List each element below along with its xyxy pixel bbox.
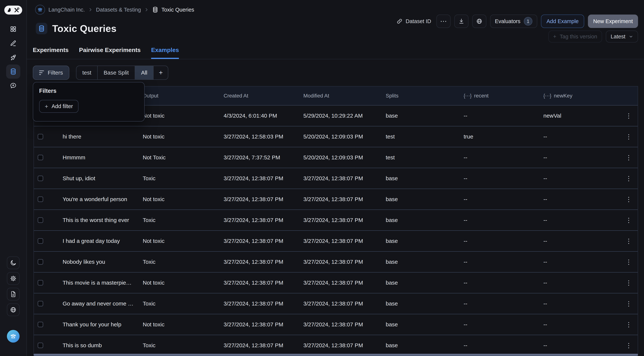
row-menu-button[interactable]: ⋮ [623,238,634,244]
tab[interactable]: Experiments [33,47,68,59]
row-checkbox-cell [34,322,62,327]
settings-button[interactable] [7,272,20,285]
app-root: LangChain Inc. Datasets & Testing Toxic … [0,0,644,356]
table-row[interactable]: Hmmmm Not Toxic 3/27/2024, 7:37:52 PM 5/… [34,147,638,168]
cell-input: Go away and never come … [62,300,143,307]
table-row[interactable]: Shut up, idiot Toxic 3/27/2024, 12:38:07… [34,168,638,189]
row-menu-button[interactable]: ⋮ [623,280,634,286]
row-checkbox[interactable] [38,301,43,306]
split-option[interactable]: test [76,66,97,80]
row-menu-button[interactable]: ⋮ [623,342,634,348]
horizontal-scrollbar[interactable] [34,354,638,356]
more-actions-button[interactable]: ⋯ [436,14,450,28]
table-row[interactable]: You're a wonderful person Not toxic 3/27… [34,189,638,210]
cell-created-at: 4/3/2024, 6:01:40 PM [224,112,303,119]
download-button[interactable] [454,14,468,28]
row-menu-button[interactable]: ⋮ [623,300,634,307]
split-option[interactable]: All [135,66,153,80]
row-checkbox[interactable] [38,134,43,140]
row-checkbox[interactable] [38,155,43,160]
table-row[interactable]: hi there Not toxic 3/27/2024, 12:58:03 P… [34,126,638,147]
filters-button[interactable]: Filters [33,66,69,80]
row-menu-button[interactable]: ⋮ [623,112,634,119]
header-splits[interactable]: Splits [386,93,464,99]
row-checkbox[interactable] [38,176,43,181]
table-row[interactable]: This is the worst thing ever Toxic 3/27/… [34,210,638,231]
cell-newkey: -- [544,154,620,161]
table-row[interactable]: Go away and never come … Toxic 3/27/2024… [34,293,638,314]
evaluators-count-badge: 1 [524,17,532,26]
row-menu-button[interactable]: ⋮ [623,154,634,161]
theme-toggle-button[interactable] [7,256,20,269]
header-recent[interactable]: {⋯} recent [464,93,544,99]
new-experiment-button[interactable]: New Experiment [588,14,638,28]
row-checkbox[interactable] [38,196,43,202]
cell-recent: -- [464,196,544,202]
row-menu-button[interactable]: ⋮ [623,196,634,202]
row-menu-button[interactable]: ⋮ [623,217,634,223]
split-option[interactable]: Base Split [97,66,135,80]
header-output[interactable]: Output [143,93,224,99]
add-filter-button[interactable]: + Add filter [39,100,78,113]
langsmith-logo[interactable] [4,6,22,14]
cell-input: Shut up, idiot [62,175,143,182]
sidebar-item-deployments[interactable] [6,50,20,64]
table-row[interactable]: This movie is a masterpie… Not toxic 3/2… [34,272,638,293]
add-example-button[interactable]: Add Example [541,14,584,28]
sidebar-item-annotate[interactable] [6,36,20,50]
cell-input: This is so dumb [62,342,143,348]
web-button[interactable] [7,304,20,316]
add-split-button[interactable]: + [153,66,168,80]
cell-splits: base [386,217,464,223]
cell-newkey: -- [544,321,620,328]
row-checkbox[interactable] [38,259,43,265]
version-select[interactable]: Latest [606,30,638,42]
globe-icon [476,18,482,24]
sidebar-item-home[interactable] [6,22,20,36]
cell-output: Toxic [143,259,224,265]
table-row[interactable]: Thank you for your help Not toxic 3/27/2… [34,314,638,335]
tag-version-button[interactable]: + Tag this version [548,30,602,42]
cell-output: Not toxic [143,238,224,244]
row-checkbox[interactable] [38,238,43,244]
header-modified-at[interactable]: Modified At [303,93,386,99]
sidebar-footer [7,256,20,342]
breadcrumb-section[interactable]: Datasets & Testing [96,7,141,13]
org-avatar-icon[interactable] [35,5,45,15]
cell-input: hi there [62,134,143,140]
row-checkbox[interactable] [38,280,43,286]
row-checkbox[interactable] [38,217,43,223]
tab[interactable]: Examples [151,47,179,59]
pencil-icon [10,40,17,47]
language-button[interactable] [472,14,486,28]
chevron-right-icon [144,8,149,12]
user-avatar[interactable] [7,330,20,342]
table-row[interactable]: I had a great day today Not toxic 3/27/2… [34,231,638,252]
cell-newkey: -- [544,238,620,244]
tab[interactable]: Pairwise Experiments [79,47,141,59]
breadcrumb-org[interactable]: LangChain Inc. [48,7,85,13]
sidebar-item-datasets[interactable] [6,64,20,79]
table-row[interactable]: This is so dumb Toxic 3/27/2024, 12:38:0… [34,335,638,356]
header-newkey[interactable]: {⋯} newKey [544,93,620,99]
breadcrumb-page[interactable]: Toxic Queries [152,6,194,13]
table-row[interactable]: Nobody likes you Toxic 3/27/2024, 12:38:… [34,252,638,272]
row-checkbox[interactable] [38,322,43,327]
header-created-at[interactable]: Created At [224,93,303,99]
tabs-divider [27,59,644,59]
cell-newkey: -- [544,175,620,182]
row-menu-button[interactable]: ⋮ [623,175,634,182]
row-checkbox-cell [34,176,62,181]
cell-recent: -- [464,175,544,182]
sidebar-item-feedback[interactable] [6,79,20,93]
dataset-id-button[interactable]: Dataset ID [396,18,431,24]
cell-splits: base [386,175,464,182]
cell-splits: base [386,342,464,348]
docs-button[interactable] [7,288,20,300]
filters-popup-title: Filters [39,88,138,94]
evaluators-button[interactable]: Evaluators 1 [490,14,537,28]
row-menu-button[interactable]: ⋮ [623,134,634,140]
row-checkbox[interactable] [38,342,43,348]
row-menu-button[interactable]: ⋮ [623,259,634,265]
row-menu-button[interactable]: ⋮ [623,321,634,328]
